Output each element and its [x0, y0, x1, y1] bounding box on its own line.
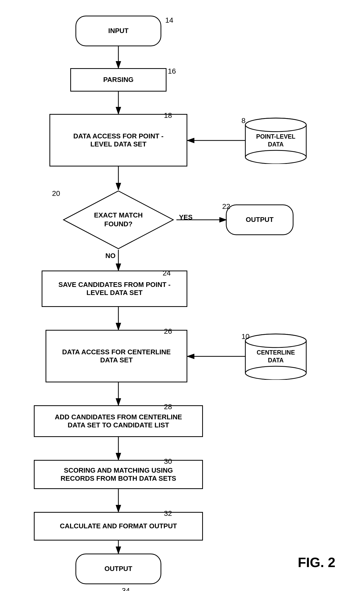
diagram: INPUT 14 PARSING 16 DATA ACCESS FOR POIN…: [0, 0, 364, 591]
data-access-centerline-node: DATA ACCESS FOR CENTERLINE DATA SET: [46, 330, 187, 382]
ref-8: 8: [241, 117, 246, 125]
svg-point-25: [245, 334, 306, 348]
ref-30: 30: [164, 457, 172, 466]
no-label: NO: [105, 252, 116, 260]
ref-22: 22: [222, 202, 230, 211]
scoring-node: SCORING AND MATCHING USING RECORDS FROM …: [34, 460, 203, 489]
parsing-node: PARSING: [70, 68, 167, 92]
point-level-data-cylinder: POINT-LEVEL DATA: [245, 118, 307, 164]
ref-10: 10: [241, 332, 250, 341]
centerline-data-cylinder: CENTERLINE DATA: [245, 333, 307, 380]
svg-point-24: [245, 366, 306, 380]
figure-label: FIG. 2: [298, 555, 335, 570]
add-candidates-node: ADD CANDIDATES FROM CENTERLINE DATA SET …: [34, 405, 203, 437]
svg-point-18: [245, 118, 306, 132]
ref-32: 32: [164, 509, 172, 518]
ref-18: 18: [164, 111, 172, 120]
input-node: INPUT: [75, 16, 161, 46]
yes-label: YES: [179, 213, 193, 221]
output-yes-node: OUTPUT: [226, 204, 293, 235]
ref-26: 26: [164, 327, 172, 336]
ref-34: 34: [122, 587, 130, 591]
ref-28: 28: [164, 403, 172, 411]
ref-20: 20: [52, 189, 60, 198]
ref-24: 24: [163, 269, 171, 277]
data-access-point-node: DATA ACCESS FOR POINT - LEVEL DATA SET: [49, 114, 187, 166]
svg-point-17: [245, 150, 306, 164]
calculate-node: CALCULATE AND FORMAT OUTPUT: [34, 512, 203, 541]
ref-14: 14: [165, 16, 173, 24]
output-bottom-node: OUTPUT: [75, 554, 161, 584]
ref-16: 16: [168, 67, 176, 75]
exact-match-diamond: EXACT MATCH FOUND?: [62, 190, 174, 250]
